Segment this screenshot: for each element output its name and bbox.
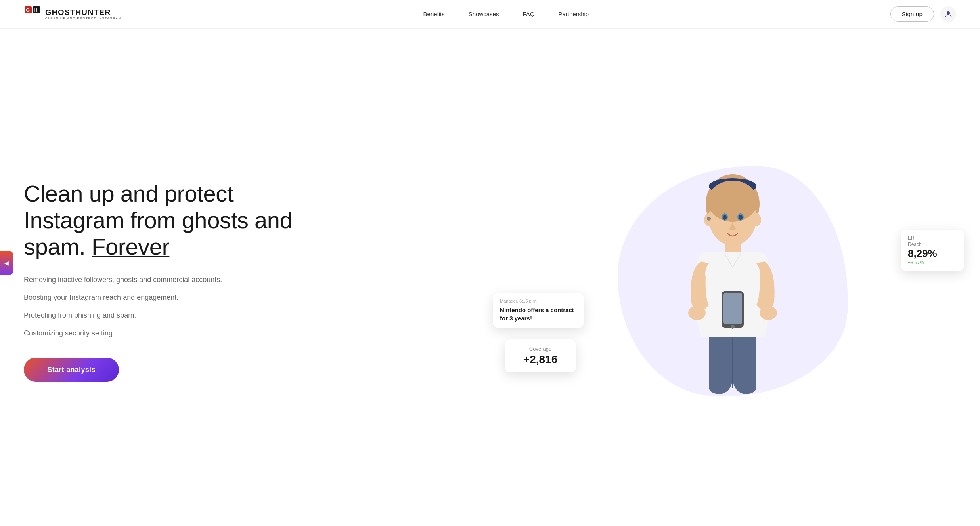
user-icon <box>944 10 952 18</box>
ghosthunter-logo-icon: G H <box>24 6 41 23</box>
logo-link[interactable]: G H GHOSTHUNTER CLEAN UP AND PROTECT INS… <box>24 6 122 23</box>
header-actions: Sign up <box>890 6 956 22</box>
logo-subtitle: CLEAN UP AND PROTECT INSTAGRAM <box>45 17 122 21</box>
hero-section: Clean up and protect Instagram from ghos… <box>0 29 980 526</box>
main-nav: Benefits Showcases FAQ Partnership <box>423 11 589 17</box>
person-illustration-container: ERReach 8,29% +3,57% Manager, 6:15 p.m. … <box>509 166 956 396</box>
svg-point-15 <box>723 215 727 220</box>
hero-headline-line3: spam. <box>24 234 92 259</box>
signup-button[interactable]: Sign up <box>890 6 934 22</box>
svg-point-23 <box>760 306 777 320</box>
coverage-label: Coverage <box>513 346 568 352</box>
feature-item-3: Protecting from phishing and spam. <box>24 310 493 321</box>
svg-point-5 <box>947 11 950 15</box>
manager-message-card: Manager, 6:15 p.m. Nintendo offers a con… <box>493 293 584 328</box>
person-illustration <box>669 166 796 396</box>
svg-text:H: H <box>34 8 37 13</box>
user-account-button[interactable] <box>940 6 956 22</box>
side-collapse-tab[interactable]: ◀ <box>0 251 13 275</box>
feature-item-1: Removing inactive followers, ghosts and … <box>24 274 493 285</box>
er-reach-value: 8,29% <box>908 248 957 260</box>
svg-point-22 <box>688 306 706 320</box>
main-header: G H GHOSTHUNTER CLEAN UP AND PROTECT INS… <box>0 0 980 29</box>
nav-partnership[interactable]: Partnership <box>558 11 589 17</box>
logo-text-block: GHOSTHUNTER CLEAN UP AND PROTECT INSTAGR… <box>45 8 122 21</box>
hero-headline-line1: Clean up and protect <box>24 181 233 206</box>
hero-headline-forever: Forever <box>92 234 169 259</box>
nav-showcases[interactable]: Showcases <box>469 11 499 17</box>
svg-text:G: G <box>26 7 30 13</box>
svg-point-16 <box>739 215 743 220</box>
er-reach-card: ERReach 8,29% +3,57% <box>901 230 964 271</box>
logo-title: GHOSTHUNTER <box>45 8 122 17</box>
hero-features-list: Removing inactive followers, ghosts and … <box>24 274 493 339</box>
svg-point-19 <box>707 217 711 221</box>
manager-card-meta: Manager, 6:15 p.m. <box>500 299 577 303</box>
hero-headline: Clean up and protect Instagram from ghos… <box>24 181 493 260</box>
start-analysis-button[interactable]: Start analysis <box>24 358 119 382</box>
coverage-value: +2,816 <box>513 353 568 366</box>
nav-faq[interactable]: FAQ <box>523 11 534 17</box>
hero-content: Clean up and protect Instagram from ghos… <box>24 181 509 381</box>
er-reach-label: ERReach <box>908 235 957 248</box>
svg-point-26 <box>731 325 735 329</box>
coverage-card: Coverage +2,816 <box>505 339 576 372</box>
nav-benefits[interactable]: Benefits <box>423 11 445 17</box>
hero-illustration: ERReach 8,29% +3,57% Manager, 6:15 p.m. … <box>509 147 956 416</box>
feature-item-2: Boosting your Instagram reach and engage… <box>24 292 493 303</box>
hero-headline-line2: Instagram from ghosts and <box>24 207 292 233</box>
er-reach-change: +3,57% <box>908 260 957 265</box>
svg-point-12 <box>708 181 758 222</box>
feature-item-4: Customizing security setting. <box>24 328 493 339</box>
svg-rect-25 <box>723 293 742 324</box>
svg-point-18 <box>752 213 761 226</box>
manager-card-message: Nintendo offers a contract for 3 years! <box>500 306 577 322</box>
side-tab-arrow-icon: ◀ <box>4 260 9 266</box>
